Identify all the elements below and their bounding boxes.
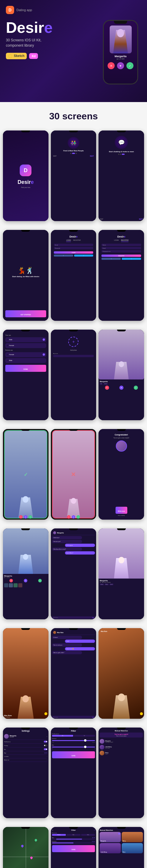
max-send-button[interactable]: ➤ — [92, 716, 94, 718]
privacy-setting[interactable]: Privacy — [4, 744, 47, 747]
save-filter-button[interactable]: SAVE — [52, 751, 95, 758]
screen-start-dating: 💃🕺 Start dating, be filled with desire G… — [3, 230, 49, 320]
add-photo-button[interactable]: + — [68, 337, 78, 347]
both-option[interactable]: Both — [81, 834, 95, 836]
distance-slider[interactable] — [52, 740, 95, 741]
partner-male-option[interactable]: ♂ Male — [5, 358, 46, 363]
like-action[interactable]: ✓ — [28, 515, 32, 519]
max-chat-input[interactable]: Message... ➤ — [52, 716, 95, 718]
phone-notch — [69, 429, 78, 431]
sent-msg-2: Sure! When? — [65, 551, 95, 555]
match-grid-item-2[interactable]: Barry — [122, 832, 143, 842]
login-button[interactable]: LOGIN — [54, 251, 94, 254]
name-field[interactable] — [53, 355, 94, 357]
match-grid-item-3[interactable]: Julia Wong — [100, 843, 121, 853]
next-button[interactable]: NEXT — [139, 218, 143, 220]
facebook-register-button[interactable]: f — [101, 258, 121, 260]
phone-notch — [21, 230, 30, 232]
keep-swiping-button[interactable]: keep swiping — [118, 515, 125, 516]
back-button[interactable]: ‹ — [52, 532, 53, 534]
filter-back[interactable]: ✕ — [52, 829, 53, 831]
like-action-2[interactable]: ✓ — [76, 515, 80, 519]
register-button[interactable]: REGISTER — [101, 254, 141, 257]
age-slider[interactable] — [52, 747, 95, 747]
like-button[interactable]: ✓ — [126, 62, 133, 69]
email-field-2[interactable]: Email — [101, 247, 141, 249]
settings-profile-row[interactable]: Margarita Edit profile › — [4, 733, 47, 740]
notifications2-setting[interactable]: About me › — [4, 758, 47, 762]
age-range-fill — [56, 839, 82, 840]
bio-setting[interactable]: Bio — [4, 747, 47, 751]
female-option[interactable]: ♀ Female — [5, 343, 46, 348]
screens-row-5: Margarita 24 · 1.4 km ✕ ♥ ✓ — [0, 526, 147, 625]
privacy-toggle[interactable] — [44, 745, 47, 746]
men-option[interactable]: Men — [67, 834, 80, 836]
super-like-button[interactable]: ♥ — [117, 62, 124, 69]
heart-action-2[interactable]: ♥ — [72, 515, 75, 519]
twitter-login-button[interactable]: t — [74, 254, 94, 256]
screens-row-6: Max Rais 28 · 0.8 km ‹ Max Rais Hi there… — [0, 625, 147, 724]
match-item-1[interactable]: Margarita You've got a match! — [100, 738, 143, 744]
dislike-action-2[interactable]: ✕ — [67, 515, 71, 519]
write-now-button[interactable]: Write now — [116, 507, 127, 514]
notifications-setting[interactable]: Notifications — [4, 740, 47, 744]
distance-bar — [52, 842, 95, 843]
skip-button[interactable]: SKIP — [53, 155, 56, 157]
match-grid-item-4[interactable]: More — [122, 843, 143, 853]
screen-sex-selection: Your sex ♂ Male ✓ ♀ Female Partner sex ♀… — [3, 330, 49, 420]
super-like-button[interactable]: ✓ — [134, 385, 138, 390]
next-button[interactable]: NEXT — [90, 155, 94, 157]
match-item-2[interactable]: Julia Wong New match! — [100, 744, 143, 750]
get-started-button[interactable]: GET STARTED — [5, 310, 46, 317]
dating-text: Start dating, be filled with desire — [12, 276, 39, 278]
screen-congratulate: Congratulate! You've got a new match! Wr… — [98, 429, 144, 520]
heart-action[interactable]: ♥ — [24, 515, 27, 519]
login-tabs: LOGIN REGISTER — [54, 239, 94, 242]
yes-option[interactable]: Yes — [52, 735, 73, 737]
women-option[interactable]: Women — [52, 834, 66, 836]
facebook-login-button[interactable]: f — [54, 254, 73, 256]
no-option[interactable]: No — [74, 735, 95, 737]
register-tab[interactable]: REGISTER — [73, 239, 81, 242]
send-button[interactable]: ➤ — [92, 616, 94, 618]
password-field-2[interactable]: Password •••••• — [101, 250, 141, 252]
back-button-2[interactable]: ‹ — [52, 632, 53, 633]
male-option[interactable]: ♂ Male ✓ — [5, 337, 46, 342]
twitter-register-button[interactable]: t — [122, 258, 141, 260]
password-field[interactable]: Password — [54, 247, 94, 249]
done-button[interactable]: DONE — [5, 365, 46, 372]
swipe-yes-screen: ✓ ✕ ♥ ✓ — [3, 429, 49, 520]
location-setting[interactable]: Location › — [4, 755, 47, 758]
age-setting[interactable]: Age 18-35 — [4, 751, 47, 755]
age-range-bar — [52, 839, 95, 840]
back-button-max[interactable]: ‹ — [100, 630, 100, 632]
dislike-button[interactable]: ✕ — [107, 62, 115, 69]
skip-button[interactable]: SKIP — [100, 218, 103, 220]
login-tab[interactable]: LOGIN — [66, 239, 71, 242]
register-tab-2[interactable]: REGISTER — [121, 239, 129, 242]
bio-toggle[interactable] — [44, 748, 47, 750]
dot-1 — [70, 153, 71, 154]
male-label: Male — [9, 339, 13, 340]
chat-input[interactable]: Message... ➤ — [52, 616, 95, 619]
save-filter-button-2[interactable]: SAVE — [52, 845, 95, 852]
distance-filter: Distance 50 km — [52, 841, 95, 843]
like-btn[interactable]: ✓ — [38, 579, 42, 582]
match-grid-item-1[interactable]: Margarita ♥ — [100, 832, 121, 842]
dislike-action[interactable]: ✕ — [19, 515, 23, 519]
no-indicator: ✕ — [71, 471, 76, 478]
partner-female-option[interactable]: ♀ Female ✓ — [5, 352, 46, 357]
notifications-toggle[interactable] — [44, 741, 47, 743]
dislike-button[interactable]: ✕ — [105, 385, 109, 390]
like-button[interactable]: ♥ — [119, 385, 123, 390]
login-tab-2[interactable]: LOGIN — [114, 239, 119, 242]
profile-name: Margarita — [100, 381, 143, 382]
dislike-btn[interactable]: ✕ — [9, 579, 13, 582]
name-field[interactable]: Name — [101, 244, 141, 246]
dot-2 — [120, 154, 121, 155]
match-item-3[interactable]: Barry Say hi! — [100, 750, 143, 756]
max-recv-3: Want to grab coffee? — [52, 651, 82, 654]
heart-btn[interactable]: ♥ — [24, 579, 27, 582]
screen-login-1: Desire LOGIN REGISTER Email Password LOG… — [51, 230, 96, 320]
email-field[interactable]: Email — [54, 244, 94, 246]
